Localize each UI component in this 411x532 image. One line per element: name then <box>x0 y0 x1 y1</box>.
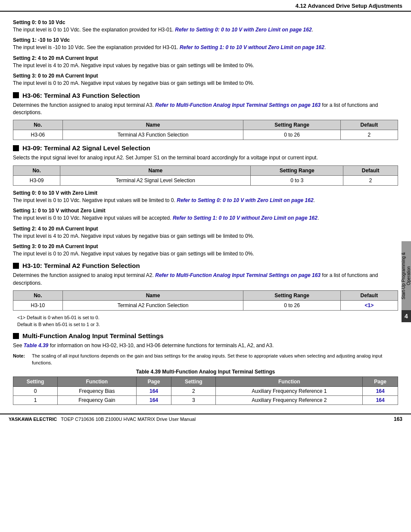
multi-table-title: Table 4.39 Multi-Function Analog Input T… <box>13 369 398 375</box>
h309-table: No. Name Setting Range Default H3-09Term… <box>13 165 398 186</box>
table-row: 1 <box>13 396 58 405</box>
multi-col-page-r: Page <box>363 377 398 387</box>
h309-setting1-link[interactable]: Refer to Setting 1: 0 to 10 V without Ze… <box>173 215 318 221</box>
h309-setting3: Setting 3: 0 to 20 mA Current Input The … <box>13 243 398 258</box>
table-row: 3 <box>171 396 216 405</box>
h306-col-range: Setting Range <box>243 120 340 130</box>
setting0-vdc-body: The input level is 0 to 10 Vdc. See the … <box>13 26 398 34</box>
setting1-vdc-link[interactable]: Refer to Setting 1: 0 to 10 V without Ze… <box>180 44 324 50</box>
table-row: 164 <box>136 387 171 396</box>
multi-function-note: Note: The scaling of all input functions… <box>13 353 398 366</box>
multi-col-setting-l: Setting <box>13 377 58 387</box>
h306-heading: H3-06: Terminal A3 Function Selection <box>13 92 398 99</box>
table-row: Frequency Gain <box>57 396 136 405</box>
h309-setting0: Setting 0: 0 to 10 V with Zero Limit The… <box>13 190 398 204</box>
table-row: 0 <box>13 387 58 396</box>
setting2-heading: Setting 2: 4 to 20 mA Current Input <box>13 55 398 61</box>
table-row: Terminal A2 Function Selection <box>62 301 243 311</box>
setting2-section: Setting 2: 4 to 20 mA Current Input The … <box>13 55 398 69</box>
footer-center: TOEP C710636 10B Z1000U HVAC MATRIX Driv… <box>61 417 196 422</box>
table-row: Terminal A2 Signal Level Selection <box>60 175 251 185</box>
h310-table: No. Name Setting Range Default H3-10Term… <box>13 290 398 311</box>
h310-section: H3-10: Terminal A2 Function Selection De… <box>13 262 398 327</box>
table-row: 0 to 3 <box>251 175 343 185</box>
h309-setting1-heading: Setting 1: 0 to 10 V without Zero Limit <box>13 208 398 214</box>
table-row: 2 <box>171 387 216 396</box>
h306-icon <box>13 92 19 98</box>
table-row: 0 to 26 <box>243 130 340 140</box>
h309-col-range: Setting Range <box>251 165 343 175</box>
h310-heading: H3-10: Terminal A2 Function Selection <box>13 262 398 269</box>
header-title: 4.12 Advanced Drive Setup Adjustments <box>296 3 402 9</box>
h309-setting0-link[interactable]: Refer to Setting 0: 0 to 10 V with Zero … <box>177 197 313 203</box>
h309-setting2-heading: Setting 2: 4 to 20 mA Current Input <box>13 226 398 232</box>
h309-section: H3-09: Terminal A2 Signal Level Selectio… <box>13 144 398 258</box>
h306-col-default: Default <box>340 120 398 130</box>
h310-icon <box>13 263 19 269</box>
footnote: <1> Default is 0 when b5-01 is set to 0. <box>13 315 398 320</box>
h310-col-name: Name <box>62 291 243 301</box>
h306-intro: Determines the function assigned to anal… <box>13 102 398 117</box>
h309-setting2: Setting 2: 4 to 20 mA Current Input The … <box>13 226 398 240</box>
multi-col-page-l: Page <box>136 377 171 387</box>
h309-intro: Selects the input signal level for analo… <box>13 154 398 162</box>
h309-setting0-body: The input level is 0 to 10 Vdc. Negative… <box>13 197 398 204</box>
side-tab: Start-Up Programming & Operation <box>402 241 411 310</box>
table-row: 0 to 26 <box>243 301 340 311</box>
footer-left: YASKAWA ELECTRIC TOEP C710636 10B Z1000U… <box>9 417 196 422</box>
h309-col-default: Default <box>343 165 398 175</box>
setting0-vdc-section: Setting 0: 0 to 10 Vdc The input level i… <box>13 19 398 34</box>
multi-function-icon <box>13 333 19 339</box>
setting0-vdc-heading: Setting 0: 0 to 10 Vdc <box>13 19 398 25</box>
h309-setting1-body: The input level is 0 to 10 Vdc. Negative… <box>13 215 398 222</box>
h310-col-no: No. <box>13 291 63 301</box>
table-row: 164 <box>363 396 398 405</box>
h310-col-default: Default <box>340 291 398 301</box>
table-row: H3-06 <box>13 130 63 140</box>
h310-intro: Determines the function assigned to anal… <box>13 272 398 287</box>
table-row: 164 <box>363 387 398 396</box>
multi-function-section: Multi-Function Analog Input Terminal Set… <box>13 332 398 405</box>
table-row: <1> <box>340 301 398 311</box>
h309-setting0-heading: Setting 0: 0 to 10 V with Zero Limit <box>13 190 398 196</box>
setting3-body: The input level is 0 to 20 mA. Negative … <box>13 80 398 87</box>
h306-intro-link[interactable]: Refer to Multi-Function Analog Input Ter… <box>155 102 321 108</box>
table-row: H3-10 <box>13 301 63 311</box>
table-row: 2 <box>343 175 398 185</box>
table-row: Auxiliary Frequency Reference 1 <box>216 387 363 396</box>
footer-right: 163 <box>394 416 402 422</box>
setting3-heading: Setting 3: 0 to 20 mA Current Input <box>13 73 398 79</box>
table-row: Terminal A3 Function Selection <box>62 130 243 140</box>
h309-setting3-body: The input level is 0 to 20 mA. Negative … <box>13 250 398 258</box>
multi-col-function-l: Function <box>57 377 136 387</box>
h309-heading: H3-09: Terminal A2 Signal Level Selectio… <box>13 144 398 152</box>
multi-function-table: Setting Function Page Setting Function P… <box>13 376 398 405</box>
footnote: Default is B when b5-01 is set to 1 or 3… <box>13 322 398 327</box>
h306-col-no: No. <box>13 120 63 130</box>
multi-col-setting-r: Setting <box>171 377 216 387</box>
multi-function-intro-link[interactable]: Table 4.39 <box>24 342 49 348</box>
table-row: Auxiliary Frequency Reference 2 <box>216 396 363 405</box>
page-number-tab: 4 <box>402 310 411 322</box>
h310-footnotes: <1> Default is 0 when b5-01 is set to 0.… <box>13 315 398 327</box>
h306-section: H3-06: Terminal A3 Function Selection De… <box>13 92 398 140</box>
table-row: Frequency Bias <box>57 387 136 396</box>
setting0-vdc-link[interactable]: Refer to Setting 0: 0 to 10 V with Zero … <box>175 27 311 33</box>
table-row: 164 <box>136 396 171 405</box>
page-container: 4.12 Advanced Drive Setup Adjustments Se… <box>0 0 411 424</box>
h309-setting3-heading: Setting 3: 0 to 20 mA Current Input <box>13 243 398 249</box>
h309-icon <box>13 145 19 151</box>
table-row: 2 <box>340 130 398 140</box>
h309-setting1: Setting 1: 0 to 10 V without Zero Limit … <box>13 208 398 222</box>
h309-setting2-body: The input level is 4 to 20 mA. Negative … <box>13 233 398 240</box>
main-content: Setting 0: 0 to 10 Vdc The input level i… <box>0 12 411 409</box>
table-row: H3-09 <box>13 175 60 185</box>
h306-table: No. Name Setting Range Default H3-06Term… <box>13 120 398 140</box>
h309-col-no: No. <box>13 165 60 175</box>
h310-intro-link[interactable]: Refer to Multi-Function Analog Input Ter… <box>155 272 321 278</box>
footer: YASKAWA ELECTRIC TOEP C710636 10B Z1000U… <box>0 414 411 424</box>
multi-function-intro: See Table 4.39 for information on how H3… <box>13 342 398 349</box>
page-header: 4.12 Advanced Drive Setup Adjustments <box>0 0 411 12</box>
setting1-vdc-section: Setting 1: -10 to 10 Vdc The input level… <box>13 37 398 51</box>
h309-col-name: Name <box>60 165 251 175</box>
